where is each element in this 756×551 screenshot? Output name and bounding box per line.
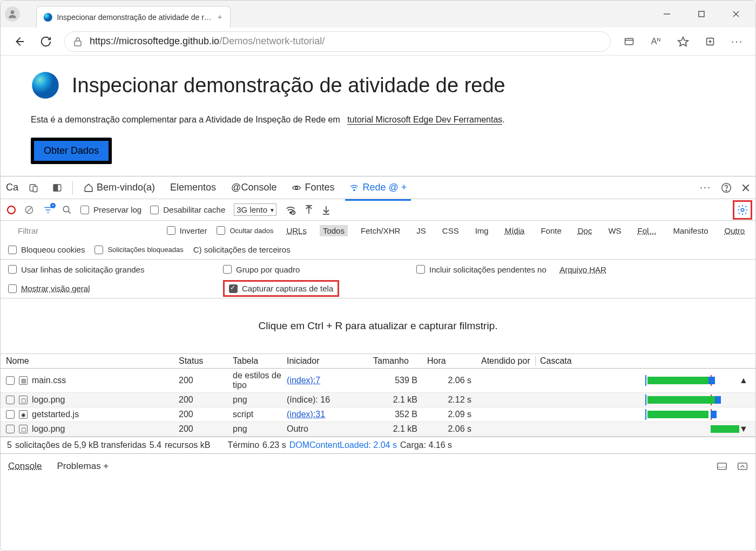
minimize-button[interactable]: [657, 6, 677, 22]
har-file-link[interactable]: Arquivo HAR: [559, 265, 606, 274]
drawer-console[interactable]: Console: [8, 461, 42, 472]
table-row[interactable]: ▢logo.png200png(índice): 162.1 kB2.12 s: [1, 393, 755, 407]
app-mode-icon[interactable]: [620, 33, 638, 50]
filter-input[interactable]: Filtrar: [8, 225, 48, 236]
device-emulation-icon[interactable]: [25, 179, 42, 196]
col-name[interactable]: Nome: [6, 356, 179, 366]
address-bar[interactable]: https://microsoftedge.github.io/Demos/ne…: [64, 31, 611, 52]
table-row[interactable]: ◉getstarted.js200script(index):31352 B2.…: [1, 407, 755, 422]
large-rows-checkbox[interactable]: [8, 265, 17, 274]
collections-icon[interactable]: [701, 33, 719, 50]
col-waterfall[interactable]: Cascata: [535, 356, 739, 366]
table-row[interactable]: ▢logo.png200pngOutro2.1 kB2.06 s▼: [1, 422, 755, 437]
pending-har-checkbox[interactable]: [416, 265, 425, 274]
filter-all[interactable]: Todos: [320, 225, 348, 236]
tutorial-link[interactable]: tutorial Microsoft Edge Dev Ferramentas: [347, 115, 502, 125]
svg-rect-41: [738, 463, 747, 470]
dock-side-icon[interactable]: [49, 179, 66, 196]
tab-welcome[interactable]: Bem-vindo(a): [79, 179, 159, 196]
filter-fetchxhr[interactable]: Fetch/XHR: [357, 225, 403, 236]
maximize-button[interactable]: [692, 6, 711, 22]
refresh-button[interactable]: [37, 33, 55, 50]
col-time[interactable]: Hora: [427, 356, 481, 366]
filter-toggle-icon[interactable]: ×: [43, 205, 53, 215]
filter-font[interactable]: Fonte: [537, 225, 564, 236]
record-button[interactable]: [7, 206, 16, 214]
status-res-count: 5.4: [150, 440, 161, 450]
filter-img[interactable]: Img: [472, 225, 492, 236]
drawer-dock-icon[interactable]: [717, 462, 727, 471]
svg-rect-39: [718, 463, 727, 470]
filter-manifest[interactable]: Manifesto: [670, 225, 711, 236]
col-served[interactable]: Atendido por: [481, 356, 535, 366]
preserve-log-label: Preservar log: [93, 205, 141, 214]
svg-point-38: [741, 208, 744, 212]
row-checkbox[interactable]: [6, 376, 15, 385]
upload-har-icon[interactable]: [305, 205, 313, 215]
get-data-button[interactable]: Obter Dados: [31, 138, 112, 164]
blocked-cookies-label: Bloqueou cookies: [21, 245, 85, 254]
svg-point-14: [32, 72, 59, 99]
file-name: logo.png: [32, 424, 65, 434]
cell-type: png: [233, 424, 287, 434]
network-conditions-icon[interactable]: [285, 205, 296, 215]
devtools-close-icon[interactable]: [741, 183, 750, 192]
filter-fol[interactable]: Fol…: [634, 225, 660, 236]
browser-tab[interactable]: Inspecionar demonstração de atividade de…: [36, 6, 231, 28]
clear-button[interactable]: [24, 205, 34, 215]
close-button[interactable]: [726, 6, 746, 22]
screenshots-checkbox[interactable]: [229, 284, 238, 293]
filter-other[interactable]: Outro: [721, 225, 748, 236]
overview-checkbox[interactable]: [8, 284, 17, 293]
tab-network[interactable]: Rede @ +: [345, 179, 411, 196]
file-name: getstarted.js: [32, 410, 79, 419]
invert-checkbox[interactable]: [167, 226, 176, 235]
help-icon[interactable]: [721, 182, 732, 193]
cell-initiator[interactable]: (index):31: [287, 410, 373, 419]
third-party-label: C) solicitações de terceiros: [193, 245, 291, 254]
filter-urls[interactable]: URLs: [283, 225, 310, 236]
row-checkbox[interactable]: [6, 425, 15, 433]
waterfall-cell: [535, 396, 739, 404]
title-bar: Inspecionar demonstração de atividade de…: [1, 1, 755, 28]
devtools-panel: Ca Bem-vindo(a) Elementos @Console Fonte…: [1, 176, 755, 550]
back-button[interactable]: [10, 33, 28, 50]
profile-avatar[interactable]: [5, 6, 20, 22]
network-settings-icon[interactable]: [737, 204, 748, 216]
download-har-icon[interactable]: [322, 205, 330, 215]
search-icon[interactable]: [62, 205, 72, 215]
table-row[interactable]: ▨main.css200de estilos de tipo(index):75…: [1, 369, 755, 393]
more-icon[interactable]: ···: [728, 33, 746, 50]
drawer-expand-icon[interactable]: [737, 462, 748, 471]
filter-ws[interactable]: WS: [605, 225, 624, 236]
col-initiator[interactable]: Iniciador: [287, 356, 373, 366]
favorite-icon[interactable]: [674, 33, 692, 50]
preserve-log-checkbox[interactable]: [80, 206, 89, 214]
row-checkbox[interactable]: [6, 396, 15, 404]
col-status[interactable]: Status: [179, 356, 233, 366]
blocked-cookies-checkbox[interactable]: [8, 246, 17, 254]
tab-close-icon[interactable]: ＋: [216, 12, 224, 22]
settings-row-1: Usar linhas de solicitação grandes Grupo…: [1, 260, 755, 279]
filter-doc[interactable]: Doc: [575, 225, 596, 236]
disable-cache-checkbox[interactable]: [150, 206, 159, 214]
filter-css[interactable]: CSS: [439, 225, 462, 236]
col-type[interactable]: Tabela: [233, 356, 287, 366]
tab-elements[interactable]: Elementos: [166, 179, 220, 196]
row-checkbox[interactable]: [6, 410, 15, 419]
devtools-more-icon[interactable]: ···: [700, 182, 711, 193]
svg-point-30: [63, 206, 69, 212]
blocked-requests-checkbox[interactable]: [94, 246, 103, 254]
tab-sources[interactable]: Fontes: [287, 179, 339, 196]
filter-js[interactable]: JS: [413, 225, 429, 236]
cell-initiator[interactable]: (index):7: [287, 376, 373, 385]
group-frame-checkbox[interactable]: [223, 265, 232, 274]
filter-media[interactable]: Mídia: [502, 225, 528, 236]
drawer-problems[interactable]: Problemas +: [57, 461, 109, 472]
read-aloud-icon[interactable]: Aᴺ: [647, 33, 665, 50]
col-size[interactable]: Tamanho: [373, 356, 427, 366]
group-frame-label: Grupo por quadro: [236, 265, 300, 274]
tab-console[interactable]: @Console: [227, 179, 281, 196]
hide-data-checkbox[interactable]: [217, 226, 225, 235]
throttling-dropdown[interactable]: 3G lento: [234, 203, 276, 216]
